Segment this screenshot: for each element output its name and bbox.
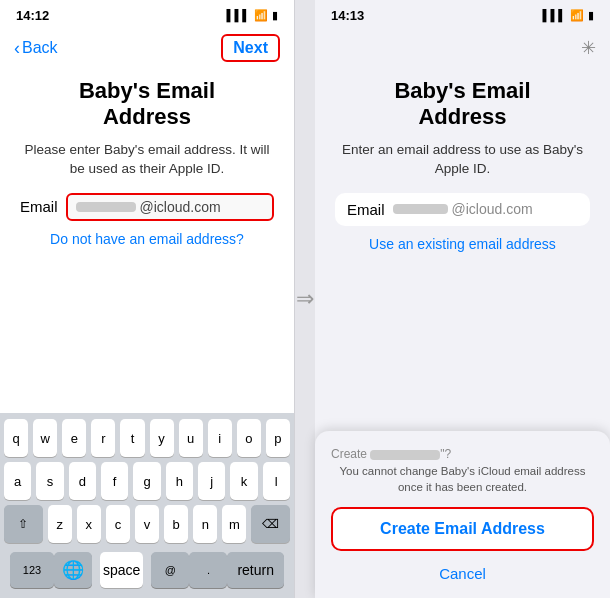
keyboard-bottom-row: 123 🌐 space @ . return bbox=[4, 548, 290, 594]
left-subtitle: Please enter Baby's email address. It wi… bbox=[20, 141, 274, 179]
wifi-icon: 📶 bbox=[254, 9, 268, 22]
back-chevron-icon: ‹ bbox=[14, 38, 20, 59]
sheet-warning: You cannot change Baby's iCloud email ad… bbox=[331, 463, 594, 495]
key-z[interactable]: z bbox=[48, 505, 72, 543]
key-g[interactable]: g bbox=[133, 462, 160, 500]
key-x[interactable]: x bbox=[77, 505, 101, 543]
keyboard-row-2: a s d f g h j k l bbox=[4, 462, 290, 500]
key-w[interactable]: w bbox=[33, 419, 57, 457]
key-space[interactable]: space bbox=[100, 552, 143, 588]
right-status-icons: ▌▌▌ 📶 ▮ bbox=[543, 9, 594, 22]
next-button[interactable]: Next bbox=[221, 34, 280, 62]
key-o[interactable]: o bbox=[237, 419, 261, 457]
key-period[interactable]: . bbox=[189, 552, 227, 588]
key-a[interactable]: a bbox=[4, 462, 31, 500]
right-signal-icon: ▌▌▌ bbox=[543, 9, 566, 21]
key-at[interactable]: @ bbox=[151, 552, 189, 588]
right-battery-icon: ▮ bbox=[588, 9, 594, 22]
key-t[interactable]: t bbox=[120, 419, 144, 457]
sheet-create-label: Create "? bbox=[331, 447, 594, 461]
battery-icon: ▮ bbox=[272, 9, 278, 22]
key-123[interactable]: 123 bbox=[10, 552, 54, 588]
bottom-sheet: Create "? You cannot change Baby's iClou… bbox=[315, 431, 610, 598]
signal-icon: ▌▌▌ bbox=[227, 9, 250, 21]
key-c[interactable]: c bbox=[106, 505, 130, 543]
keyboard-row-1: q w e r t y u i o p bbox=[4, 419, 290, 457]
right-status-time: 14:13 bbox=[331, 8, 364, 23]
key-r[interactable]: r bbox=[91, 419, 115, 457]
key-p[interactable]: p bbox=[266, 419, 290, 457]
key-u[interactable]: u bbox=[179, 419, 203, 457]
back-label: Back bbox=[22, 39, 58, 57]
right-subtitle: Enter an email address to use as Baby's … bbox=[335, 141, 590, 179]
right-email-label: Email bbox=[347, 201, 385, 218]
spinner-icon: ✳ bbox=[581, 37, 596, 59]
no-email-link[interactable]: Do not have an email address? bbox=[20, 231, 274, 247]
right-title: Baby's EmailAddress bbox=[335, 78, 590, 131]
key-globe[interactable]: 🌐 bbox=[54, 552, 92, 588]
keyboard: q w e r t y u i o p a s d f g h j k l ⇧ … bbox=[0, 413, 294, 598]
left-panel-content: Baby's EmailAddress Please enter Baby's … bbox=[0, 68, 294, 413]
key-m[interactable]: m bbox=[222, 505, 246, 543]
right-panel-content: Baby's EmailAddress Enter an email addre… bbox=[315, 68, 610, 598]
arrow-right-icon: ⇒ bbox=[296, 286, 314, 312]
key-k[interactable]: k bbox=[230, 462, 257, 500]
key-d[interactable]: d bbox=[69, 462, 96, 500]
sheet-blur-name bbox=[370, 450, 440, 460]
right-email-value: @icloud.com bbox=[393, 201, 533, 217]
email-label: Email bbox=[20, 198, 58, 215]
email-row: Email @icloud.com bbox=[20, 193, 274, 221]
key-h[interactable]: h bbox=[166, 462, 193, 500]
key-b[interactable]: b bbox=[164, 505, 188, 543]
create-email-button[interactable]: Create Email Address bbox=[331, 507, 594, 551]
left-status-time: 14:12 bbox=[16, 8, 49, 23]
key-y[interactable]: y bbox=[150, 419, 174, 457]
key-return[interactable]: return bbox=[227, 552, 284, 588]
right-wifi-icon: 📶 bbox=[570, 9, 584, 22]
key-s[interactable]: s bbox=[36, 462, 63, 500]
key-j[interactable]: j bbox=[198, 462, 225, 500]
left-nav-bar: ‹ Back Next bbox=[0, 28, 294, 68]
right-email-domain: @icloud.com bbox=[452, 201, 533, 217]
back-button[interactable]: ‹ Back bbox=[14, 38, 58, 59]
key-l[interactable]: l bbox=[263, 462, 290, 500]
left-status-icons: ▌▌▌ 📶 ▮ bbox=[227, 9, 278, 22]
arrow-divider: ⇒ bbox=[295, 0, 315, 598]
key-e[interactable]: e bbox=[62, 419, 86, 457]
right-email-row: Email @icloud.com bbox=[335, 193, 590, 226]
key-q[interactable]: q bbox=[4, 419, 28, 457]
email-domain: @icloud.com bbox=[140, 199, 221, 215]
right-status-bar: 14:13 ▌▌▌ 📶 ▮ bbox=[315, 0, 610, 28]
key-i[interactable]: i bbox=[208, 419, 232, 457]
key-delete[interactable]: ⌫ bbox=[251, 505, 290, 543]
use-existing-link[interactable]: Use an existing email address bbox=[335, 236, 590, 252]
left-status-bar: 14:12 ▌▌▌ 📶 ▮ bbox=[0, 0, 294, 28]
key-v[interactable]: v bbox=[135, 505, 159, 543]
left-phone-panel: 14:12 ▌▌▌ 📶 ▮ ‹ Back Next Baby's EmailAd… bbox=[0, 0, 295, 598]
keyboard-row-3: ⇧ z x c v b n m ⌫ bbox=[4, 505, 290, 543]
right-nav-bar: ✳ bbox=[315, 28, 610, 68]
key-n[interactable]: n bbox=[193, 505, 217, 543]
key-shift[interactable]: ⇧ bbox=[4, 505, 43, 543]
right-phone-panel: 14:13 ▌▌▌ 📶 ▮ ✳ Baby's EmailAddress Ente… bbox=[315, 0, 610, 598]
email-blur-placeholder bbox=[76, 202, 136, 212]
email-input[interactable]: @icloud.com bbox=[66, 193, 274, 221]
cancel-button[interactable]: Cancel bbox=[331, 559, 594, 588]
right-email-blur bbox=[393, 204, 448, 214]
key-f[interactable]: f bbox=[101, 462, 128, 500]
left-title: Baby's EmailAddress bbox=[20, 78, 274, 131]
